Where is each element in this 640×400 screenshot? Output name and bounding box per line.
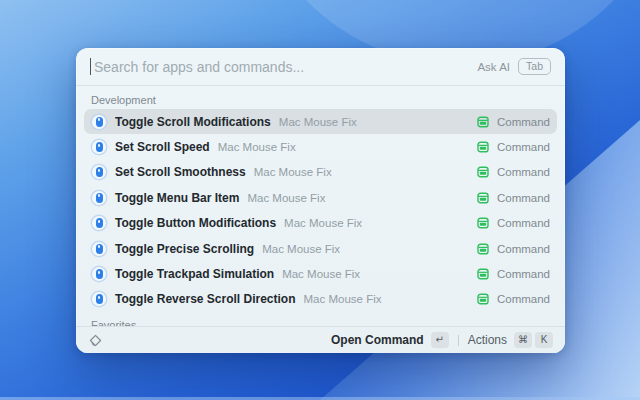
item-title: Toggle Reverse Scroll Direction — [115, 292, 296, 306]
mouse-icon — [96, 244, 103, 254]
command-type-icon — [477, 217, 489, 229]
item-type-label: Command — [497, 243, 550, 255]
list-item[interactable]: Toggle Menu Bar Item Mac Mouse Fix Comma… — [84, 185, 557, 210]
item-subtitle: Mac Mouse Fix — [262, 243, 340, 255]
command-type-icon — [477, 192, 489, 204]
item-title: Toggle Button Modifications — [115, 216, 276, 230]
desktop-background: Search for apps and commands... Ask AI T… — [0, 0, 640, 400]
item-subtitle: Mac Mouse Fix — [247, 192, 325, 204]
item-type-label: Command — [497, 217, 550, 229]
item-subtitle: Mac Mouse Fix — [284, 217, 362, 229]
actions-button[interactable]: Actions — [468, 333, 507, 347]
item-title: Toggle Menu Bar Item — [115, 191, 239, 205]
mac-mouse-fix-app-icon — [91, 190, 107, 206]
command-type-icon — [477, 166, 489, 178]
command-key-badge: ⌘ — [514, 332, 532, 348]
item-title: Set Scroll Smoothness — [115, 165, 246, 179]
footer-actions: Open Command ↵ Actions ⌘ K — [331, 332, 553, 348]
text-caret — [90, 58, 91, 75]
item-subtitle: Mac Mouse Fix — [218, 141, 296, 153]
raycast-logo-icon — [88, 333, 103, 348]
item-type-label: Command — [497, 293, 550, 305]
open-command-button[interactable]: Open Command — [331, 333, 424, 347]
mac-mouse-fix-app-icon — [91, 164, 107, 180]
item-title: Toggle Trackpad Simulation — [115, 267, 274, 281]
return-key-badge: ↵ — [431, 332, 449, 348]
mouse-icon — [96, 117, 103, 127]
list-item[interactable]: Toggle Scroll Modifications Mac Mouse Fi… — [84, 109, 557, 134]
item-subtitle: Mac Mouse Fix — [304, 293, 382, 305]
section-header: Favorites — [91, 318, 550, 326]
mac-mouse-fix-app-icon — [91, 215, 107, 231]
list-item[interactable]: Set Scroll Smoothness Mac Mouse Fix Comm… — [84, 160, 557, 185]
results-list: Development Toggle Scroll Modifications … — [76, 86, 565, 326]
mouse-icon — [96, 142, 103, 152]
list-item[interactable]: Toggle Precise Scrolling Mac Mouse Fix C… — [84, 236, 557, 261]
command-type-icon — [477, 141, 489, 153]
mac-mouse-fix-app-icon — [91, 114, 107, 130]
mac-mouse-fix-app-icon — [91, 139, 107, 155]
command-type-icon — [477, 293, 489, 305]
item-subtitle: Mac Mouse Fix — [279, 116, 357, 128]
footer-divider — [458, 335, 459, 346]
item-type-label: Command — [497, 192, 550, 204]
command-type-icon — [477, 268, 489, 280]
item-type-label: Command — [497, 166, 550, 178]
search-placeholder[interactable]: Search for apps and commands... — [94, 59, 477, 75]
item-title: Toggle Precise Scrolling — [115, 242, 254, 256]
list-item[interactable]: Set Scroll Speed Mac Mouse Fix Command — [84, 134, 557, 159]
footer-bar: Open Command ↵ Actions ⌘ K — [76, 326, 565, 353]
mouse-icon — [96, 269, 103, 279]
list-item[interactable]: Toggle Reverse Scroll Direction Mac Mous… — [84, 287, 557, 312]
section-header: Development — [91, 93, 550, 107]
ask-ai-label[interactable]: Ask AI — [477, 61, 510, 73]
item-subtitle: Mac Mouse Fix — [282, 268, 360, 280]
mouse-icon — [96, 218, 103, 228]
mac-mouse-fix-app-icon — [91, 266, 107, 282]
item-title: Set Scroll Speed — [115, 140, 210, 154]
list-item[interactable]: Toggle Trackpad Simulation Mac Mouse Fix… — [84, 261, 557, 286]
launcher-window: Search for apps and commands... Ask AI T… — [76, 48, 565, 353]
item-type-label: Command — [497, 141, 550, 153]
item-subtitle: Mac Mouse Fix — [254, 166, 332, 178]
mouse-icon — [96, 193, 103, 203]
command-type-icon — [477, 243, 489, 255]
mac-mouse-fix-app-icon — [91, 291, 107, 307]
mac-mouse-fix-app-icon — [91, 241, 107, 257]
command-type-icon — [477, 116, 489, 128]
item-type-label: Command — [497, 268, 550, 280]
mouse-icon — [96, 294, 103, 304]
k-key-badge: K — [535, 332, 553, 348]
item-type-label: Command — [497, 116, 550, 128]
actions-shortcut: ⌘ K — [514, 332, 553, 348]
mouse-icon — [96, 167, 103, 177]
search-bar[interactable]: Search for apps and commands... Ask AI T… — [76, 48, 565, 85]
tab-key-badge[interactable]: Tab — [518, 58, 551, 76]
list-item[interactable]: Toggle Button Modifications Mac Mouse Fi… — [84, 211, 557, 236]
item-title: Toggle Scroll Modifications — [115, 115, 271, 129]
